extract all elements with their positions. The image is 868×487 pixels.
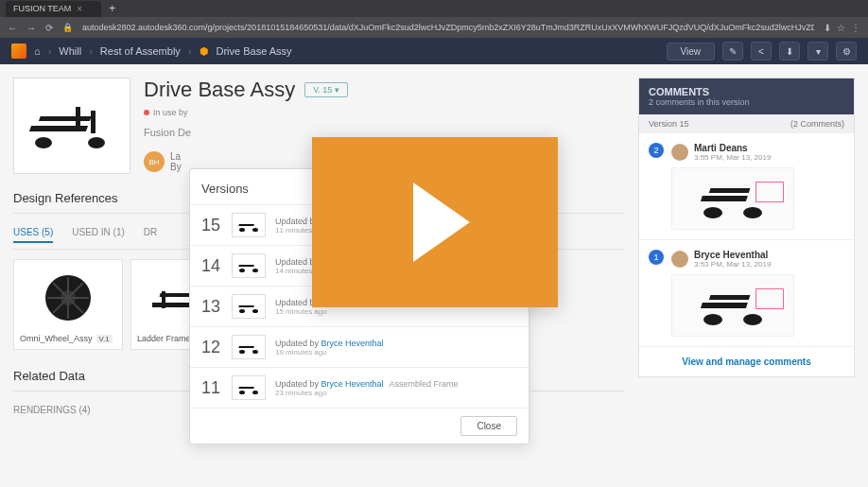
svg-rect-3 xyxy=(39,116,92,121)
breadcrumb-item[interactable]: Drive Base Assy xyxy=(217,45,292,57)
svg-point-20 xyxy=(252,269,258,272)
comment-snapshot[interactable] xyxy=(671,167,794,230)
star-icon[interactable]: ☆ xyxy=(837,23,845,33)
comment-snapshot[interactable] xyxy=(671,274,794,337)
breadcrumb-item[interactable]: Rest of Assembly xyxy=(100,45,181,57)
version-info: Updated by Bryce Heventhal 19 minutes ag… xyxy=(275,339,517,357)
comment-item[interactable]: 1 Bryce Heventhal 3:53 PM, Mar 13, 2019 xyxy=(639,240,854,347)
card-name: Omni_Wheel_Assy xyxy=(20,334,93,343)
close-button[interactable]: Close xyxy=(460,416,517,436)
svg-point-0 xyxy=(35,137,52,148)
popover-title: Versions xyxy=(201,182,249,196)
version-thumbnail xyxy=(232,253,266,278)
user-avatar xyxy=(671,144,688,161)
download-icon[interactable]: ⬇ xyxy=(824,23,831,33)
comments-subheading: 2 comments in this version xyxy=(649,97,844,107)
pencil-icon[interactable]: ✎ xyxy=(722,42,743,61)
comment-timestamp: 3:53 PM, Mar 13, 2019 xyxy=(694,260,771,269)
svg-point-19 xyxy=(239,269,245,272)
svg-rect-5 xyxy=(76,107,80,128)
tab-drawings[interactable]: DR xyxy=(144,227,157,243)
comments-version-bar: Version 15 (2 Comments) xyxy=(639,114,854,133)
svg-rect-38 xyxy=(709,295,751,300)
svg-rect-30 xyxy=(238,387,254,389)
svg-rect-34 xyxy=(709,188,751,193)
ref-card[interactable]: Omni_Wheel_AssyV.1 xyxy=(13,259,123,350)
tab-title: FUSION TEAM xyxy=(13,4,71,13)
author-line1: La xyxy=(170,151,182,162)
chevron-right-icon: › xyxy=(188,45,192,57)
author-avatar[interactable]: BH xyxy=(144,151,165,172)
svg-point-35 xyxy=(703,314,722,325)
svg-rect-27 xyxy=(238,346,254,348)
svg-point-26 xyxy=(252,350,258,354)
version-number: 13 xyxy=(201,297,222,317)
tab-uses[interactable]: USES (5) xyxy=(13,227,53,243)
browser-nav-bar: ← → ⟳ 🔒 autodesk2802.autodesk360.com/g/p… xyxy=(0,17,868,38)
card-version: V.1 xyxy=(96,335,113,343)
svg-point-17 xyxy=(252,228,258,232)
assembly-icon: ⬢ xyxy=(200,45,209,58)
version-thumbnail xyxy=(232,335,266,359)
svg-rect-4 xyxy=(91,111,95,133)
annotation-box xyxy=(755,182,784,202)
annotation-box xyxy=(755,288,784,309)
comment-author: Bryce Heventhal xyxy=(694,250,771,260)
item-thumbnail[interactable] xyxy=(13,78,130,174)
svg-rect-14 xyxy=(162,291,165,308)
app-header: ⌂ › Whill › Rest of Assembly › ⬢ Drive B… xyxy=(0,38,868,64)
tab-used-in[interactable]: USED IN (1) xyxy=(72,227,125,243)
status-dot xyxy=(144,110,149,115)
comments-version-label: Version 15 xyxy=(649,119,689,129)
play-icon xyxy=(413,183,470,262)
view-comments-link[interactable]: View and manage comments xyxy=(639,347,854,376)
view-button[interactable]: View xyxy=(667,43,716,61)
version-dropdown[interactable]: V. 15 ▾ xyxy=(304,82,348,97)
download-icon[interactable]: ⬇ xyxy=(779,42,800,61)
reload-icon[interactable]: ⟳ xyxy=(45,23,53,33)
svg-point-29 xyxy=(252,391,258,394)
back-icon[interactable]: ← xyxy=(8,23,17,33)
browser-tab[interactable]: FUSION TEAM × xyxy=(6,1,101,17)
version-thumbnail xyxy=(232,375,266,400)
share-icon[interactable]: < xyxy=(751,42,772,61)
comment-item[interactable]: 2 Marti Deans 3:55 PM, Mar 13, 2019 xyxy=(639,133,854,240)
version-number: 15 xyxy=(201,216,222,235)
svg-point-23 xyxy=(252,309,258,313)
version-row[interactable]: 11 Updated by Bryce HeventhalAssembled F… xyxy=(190,367,529,408)
svg-point-22 xyxy=(239,309,245,313)
version-thumbnail xyxy=(232,294,266,319)
url-bar[interactable]: autodesk2802.autodesk360.com/g/projects/… xyxy=(82,23,814,32)
tab-renderings[interactable]: RENDERINGS (4) xyxy=(13,405,91,419)
gear-icon[interactable]: ⚙ xyxy=(836,42,857,61)
svg-rect-18 xyxy=(238,224,254,226)
svg-point-31 xyxy=(703,207,722,218)
page-title: Drive Base Assy xyxy=(144,78,295,102)
comment-timestamp: 3:55 PM, Mar 13, 2019 xyxy=(694,153,771,162)
right-column: COMMENTS 2 comments in this version Vers… xyxy=(638,64,868,487)
new-tab-button[interactable]: + xyxy=(109,2,115,15)
svg-point-1 xyxy=(88,137,105,148)
close-icon[interactable]: × xyxy=(77,4,82,14)
lock-icon: 🔒 xyxy=(62,23,73,32)
menu-icon[interactable]: ⋮ xyxy=(851,23,860,33)
svg-point-36 xyxy=(743,314,762,325)
svg-point-16 xyxy=(239,228,245,232)
app-logo[interactable] xyxy=(11,43,26,59)
comments-panel: COMMENTS 2 comments in this version Vers… xyxy=(638,78,855,377)
svg-point-28 xyxy=(239,391,245,394)
forward-icon[interactable]: → xyxy=(26,23,36,33)
version-row[interactable]: 12 Updated by Bryce Heventhal 19 minutes… xyxy=(190,326,529,367)
breadcrumb-item[interactable]: Whill xyxy=(59,45,81,57)
comment-author: Marti Deans xyxy=(694,143,771,153)
comments-header: COMMENTS 2 comments in this version xyxy=(639,78,854,114)
chevron-right-icon: › xyxy=(48,45,52,57)
chevron-down-icon[interactable]: ▾ xyxy=(807,42,828,61)
home-icon[interactable]: ⌂ xyxy=(34,45,41,57)
in-use-label: In use by xyxy=(153,108,188,117)
video-play-button[interactable] xyxy=(312,137,558,307)
chevron-right-icon: › xyxy=(89,45,93,57)
comment-number-badge: 2 xyxy=(649,143,664,158)
version-number: 11 xyxy=(201,378,222,398)
version-number: 12 xyxy=(201,338,222,357)
